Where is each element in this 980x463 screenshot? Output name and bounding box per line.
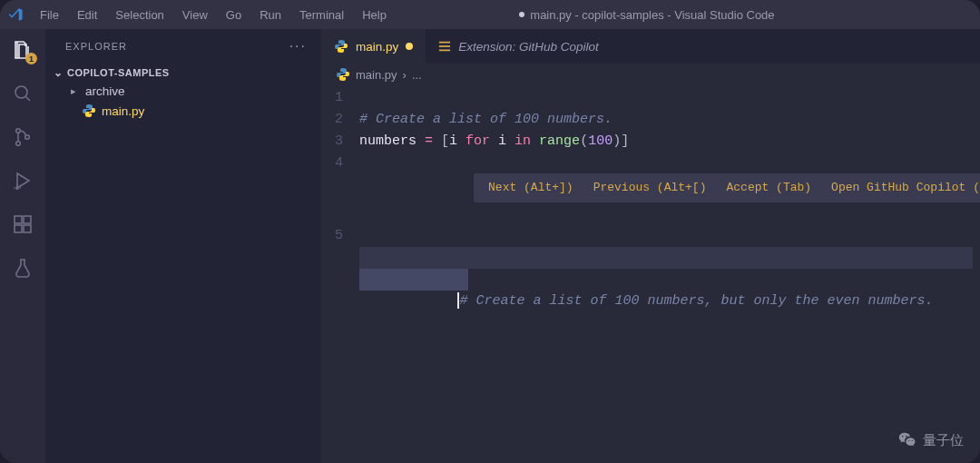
code-line: numbers = [i for i in range(100)]: [359, 131, 980, 153]
gutter: 4: [321, 153, 359, 174]
activitybar: 1: [0, 29, 45, 463]
tab-main[interactable]: main.py: [321, 29, 426, 64]
menu-terminal[interactable]: Terminal: [292, 8, 351, 22]
gutter: 3: [321, 131, 359, 153]
python-file-icon: [82, 103, 96, 118]
breadcrumb-file: main.py: [356, 68, 397, 82]
extensions-icon[interactable]: [11, 212, 34, 236]
tree-folder-archive[interactable]: archive: [45, 82, 321, 101]
copilot-accept[interactable]: Accept (Tab): [726, 177, 811, 199]
code-comment: # Create a list of 100 numbers, but only…: [460, 293, 934, 309]
sidebar-title: EXPLORER: [65, 41, 127, 52]
testing-icon[interactable]: [11, 256, 34, 280]
copilot-next[interactable]: Next (Alt+]): [488, 177, 573, 199]
gutter: 1: [321, 87, 359, 109]
breadcrumb[interactable]: main.py › ...: [321, 64, 980, 85]
sidebar-section-header[interactable]: ⌄ COPILOT-SAMPLES: [45, 64, 321, 82]
breadcrumb-rest: ...: [412, 68, 422, 82]
search-icon[interactable]: [11, 82, 34, 105]
svg-point-3: [25, 135, 30, 140]
menu-run[interactable]: Run: [252, 8, 289, 22]
svg-rect-5: [15, 216, 22, 223]
watermark: 量子位: [897, 430, 964, 450]
vscode-logo-icon: [7, 6, 24, 23]
selection-highlight: [359, 269, 468, 291]
window-title: main.py - copilot-samples - Visual Studi…: [397, 8, 897, 22]
copilot-open[interactable]: Open GitHub Copilot (Ctrl+Enter): [831, 177, 980, 199]
svg-point-1: [16, 129, 21, 133]
code-comment: # Create a list of 100 numbers.: [359, 112, 612, 127]
svg-rect-8: [24, 216, 31, 223]
svg-rect-6: [15, 225, 22, 232]
gutter: 2: [321, 109, 359, 131]
tabbar: main.py Extension: GitHub Copilot: [321, 29, 980, 64]
text-cursor: [457, 292, 459, 309]
tab-extension[interactable]: Extension: GitHub Copilot: [426, 29, 612, 64]
section-label: COPILOT-SAMPLES: [67, 67, 170, 78]
python-file-icon: [336, 67, 350, 82]
python-file-icon: [334, 39, 348, 54]
gutter: 5: [321, 225, 359, 247]
source-control-icon[interactable]: [11, 125, 34, 149]
window-title-text: main.py - copilot-samples - Visual Studi…: [530, 8, 774, 22]
watermark-text: 量子位: [923, 432, 964, 449]
titlebar: File Edit Selection View Go Run Terminal…: [0, 0, 980, 29]
menu-view[interactable]: View: [175, 8, 215, 22]
folder-label: archive: [85, 84, 125, 98]
svg-rect-7: [24, 225, 31, 232]
sidebar-more-icon[interactable]: ···: [289, 38, 307, 54]
list-icon: [438, 40, 451, 53]
explorer-badge: 1: [25, 53, 37, 64]
explorer-icon[interactable]: 1: [11, 38, 34, 62]
run-debug-icon[interactable]: [11, 169, 34, 192]
chevron-down-icon: ⌄: [53, 66, 64, 79]
svg-point-0: [15, 86, 27, 98]
tab-label: main.py: [356, 40, 398, 54]
menu-selection[interactable]: Selection: [108, 8, 171, 22]
svg-point-2: [16, 142, 21, 146]
svg-rect-9: [439, 42, 450, 44]
breadcrumb-sep: ›: [403, 68, 407, 82]
svg-rect-10: [439, 45, 450, 47]
menu-go[interactable]: Go: [219, 8, 249, 22]
line-highlight: [359, 247, 973, 269]
menu-file[interactable]: File: [33, 8, 66, 22]
copilot-previous[interactable]: Previous (Alt+[): [593, 177, 707, 199]
dirty-indicator-icon: [406, 43, 413, 50]
dirty-indicator-icon: [519, 12, 524, 17]
copilot-suggestion-bar: Next (Alt+]) Previous (Alt+[) Accept (Ta…: [474, 173, 980, 202]
tab-label: Extension: GitHub Copilot: [458, 40, 599, 54]
menu-help[interactable]: Help: [355, 8, 394, 22]
menu-edit[interactable]: Edit: [70, 8, 104, 22]
file-label: main.py: [102, 104, 144, 118]
sidebar: EXPLORER ··· ⌄ COPILOT-SAMPLES archive m…: [45, 29, 321, 463]
wechat-icon: [897, 430, 917, 450]
svg-rect-11: [439, 50, 450, 52]
code-editor[interactable]: 1 2 # Create a list of 100 numbers. 3 nu…: [321, 85, 980, 463]
editor-area: main.py Extension: GitHub Copilot main.p…: [321, 29, 980, 463]
tree-file-main[interactable]: main.py: [45, 101, 321, 121]
